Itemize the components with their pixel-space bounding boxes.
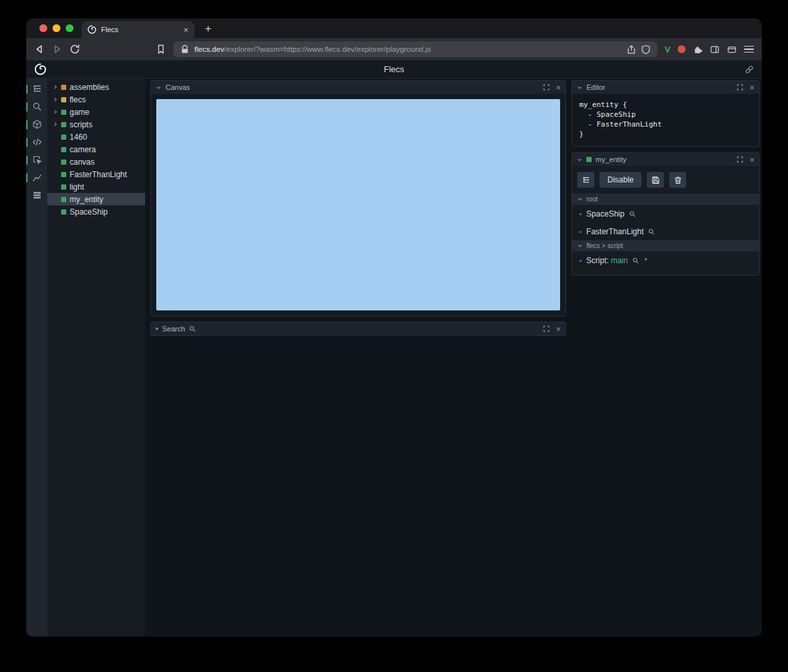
chevron-spacer xyxy=(53,147,58,152)
chevron-spacer xyxy=(53,159,58,165)
expand-chevron-icon[interactable] xyxy=(53,97,58,102)
show-in-tree-button[interactable] xyxy=(577,172,594,188)
expand-icon[interactable] xyxy=(543,326,550,332)
tree-item-game[interactable]: game xyxy=(47,106,145,118)
search-panel-title: Search xyxy=(162,325,185,333)
section-header-root[interactable]: root xyxy=(572,194,759,205)
entity-inspector-panel: my_entity × Disable xyxy=(571,152,760,276)
search-icon xyxy=(32,102,42,112)
entity-panel-body: Disable root • SpaceShip xyxy=(572,166,759,275)
active-indicator xyxy=(26,173,28,182)
address-bar[interactable]: flecs.dev/explorer/?wasm=https://www.fle… xyxy=(173,41,657,57)
code-line: - SpaceShip xyxy=(579,110,752,119)
disable-button[interactable]: Disable xyxy=(600,172,642,188)
chevron-down-icon xyxy=(577,243,583,249)
code-editor[interactable]: my_entity { - SpaceShip - FasterThanLigh… xyxy=(572,94,759,146)
sidebar-icon-inspector[interactable] xyxy=(26,155,47,165)
entity-color-square xyxy=(61,85,66,90)
tree-item-assemblies[interactable]: assemblies xyxy=(47,81,145,93)
tree-item-label: light xyxy=(70,182,84,192)
chevron-down-icon[interactable] xyxy=(577,157,582,163)
magnifier-icon[interactable] xyxy=(648,228,655,235)
tree-item-light[interactable]: light xyxy=(47,180,145,193)
editor-panel-header: Editor × xyxy=(572,81,759,94)
browser-tab[interactable]: Flecs × xyxy=(81,21,194,38)
extensions-puzzle-icon[interactable] xyxy=(693,45,703,54)
new-tab-button[interactable]: + xyxy=(205,23,211,34)
entity-color-square xyxy=(61,209,66,215)
close-icon[interactable]: × xyxy=(749,83,755,92)
tree-item-1460[interactable]: 1460 xyxy=(47,131,145,143)
sidebar-toggle-icon[interactable] xyxy=(710,45,720,54)
magnifier-icon[interactable] xyxy=(632,257,639,264)
expand-icon[interactable] xyxy=(737,84,743,91)
render-canvas[interactable] xyxy=(156,99,560,310)
chevron-down-icon[interactable] xyxy=(156,85,162,91)
sidebar-icon-code[interactable] xyxy=(26,137,47,148)
entity-toolbar: Disable xyxy=(572,166,759,194)
app-header: Flecs xyxy=(26,60,762,79)
reload-icon[interactable] xyxy=(70,44,80,54)
tree-item-fasterthanlight[interactable]: FasterThanLight xyxy=(47,168,145,180)
back-icon[interactable] xyxy=(34,44,45,54)
expand-icon[interactable] xyxy=(543,84,550,91)
close-icon[interactable]: × xyxy=(556,325,561,333)
component-row-script-main[interactable]: • Script: main * xyxy=(572,251,759,269)
component-row-fasterthanlight[interactable]: • FasterThanLight xyxy=(572,222,759,240)
chevron-spacer xyxy=(53,209,58,215)
stats-chart-icon xyxy=(32,173,42,182)
tab-close-icon[interactable]: × xyxy=(183,26,188,34)
section-header-flecs-script[interactable]: flecs > script xyxy=(572,240,759,251)
tree-item-canvas[interactable]: canvas xyxy=(47,156,145,168)
expand-icon[interactable] xyxy=(737,156,743,163)
bullet-icon: • xyxy=(579,228,582,236)
tree-item-spaceship[interactable]: SpaceShip xyxy=(47,205,145,218)
sidebar-icon-logs[interactable] xyxy=(26,190,47,201)
forward-icon[interactable] xyxy=(52,44,62,54)
canvas-panel-body xyxy=(151,94,565,316)
expand-chevron-icon[interactable] xyxy=(53,110,58,115)
tab-bar: Flecs × + xyxy=(26,18,762,38)
traffic-light-zoom[interactable] xyxy=(66,24,74,32)
section-title: root xyxy=(586,196,598,203)
share-icon[interactable] xyxy=(626,45,636,54)
expand-chevron-icon[interactable] xyxy=(53,85,58,90)
sidebar-icon-components[interactable] xyxy=(26,119,47,130)
tree-item-camera[interactable]: camera xyxy=(47,143,145,156)
expand-chevron-icon[interactable] xyxy=(53,122,58,127)
tree-item-my-entity[interactable]: my_entity xyxy=(47,193,145,205)
tree-item-label: game xyxy=(70,108,89,117)
sidebar-icon-entity-tree[interactable] xyxy=(26,84,47,94)
flecs-favicon xyxy=(87,25,97,34)
extension-v-icon[interactable]: V xyxy=(665,45,670,54)
wallet-icon[interactable] xyxy=(727,45,737,54)
search-panel-header: Search × xyxy=(151,322,565,335)
shield-icon[interactable] xyxy=(641,45,651,54)
sidebar-icon-search[interactable] xyxy=(26,102,47,112)
bookmark-icon[interactable] xyxy=(156,44,166,54)
tree-item-label: 1460 xyxy=(70,133,87,142)
tree-item-flecs[interactable]: flecs xyxy=(47,93,145,106)
component-row-spaceship[interactable]: • SpaceShip xyxy=(572,205,759,222)
tree-item-scripts[interactable]: scripts xyxy=(47,118,145,131)
share-link-icon[interactable] xyxy=(745,65,754,74)
traffic-light-close[interactable] xyxy=(39,24,47,32)
tree-item-label: SpaceShip xyxy=(70,207,108,217)
magnifier-icon xyxy=(189,326,196,332)
tree-item-label: scripts xyxy=(70,120,93,129)
entity-color-square xyxy=(61,172,66,177)
chevron-down-icon[interactable] xyxy=(577,85,582,91)
delete-button[interactable] xyxy=(669,172,686,188)
sidebar-icon-stats[interactable] xyxy=(26,173,47,183)
save-button[interactable] xyxy=(647,172,664,188)
magnifier-icon[interactable] xyxy=(629,211,636,217)
close-icon[interactable]: × xyxy=(556,83,561,92)
menu-icon[interactable] xyxy=(744,46,754,53)
traffic-light-minimize[interactable] xyxy=(53,24,60,32)
component-name: FasterThanLight xyxy=(586,227,644,236)
bullet-icon: • xyxy=(579,210,582,218)
chevron-spacer xyxy=(53,135,58,140)
close-icon[interactable]: × xyxy=(749,156,755,164)
extension-red-icon[interactable] xyxy=(678,45,686,53)
editor-panel: Editor × my_entity { - SpaceShip - Faste… xyxy=(571,80,760,147)
